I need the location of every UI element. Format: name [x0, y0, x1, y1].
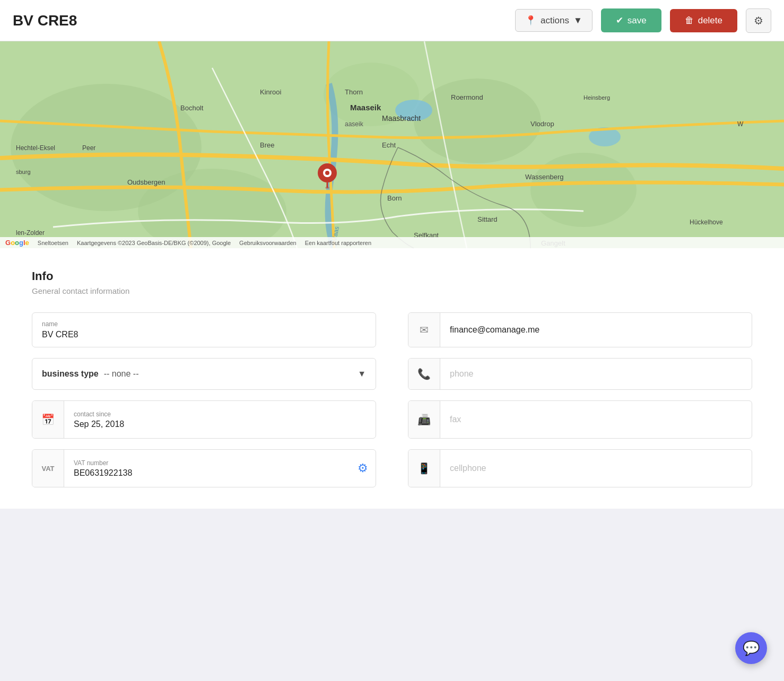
- chevron-down-icon: ▼: [573, 15, 582, 26]
- contact-since-label: contact since: [74, 411, 124, 418]
- map-container: Bocholt Bree Oudsbergen Hechtel-Eksel Pe…: [0, 41, 784, 248]
- email-icon-box: ✉: [408, 313, 440, 347]
- svg-text:Bocholt: Bocholt: [180, 104, 204, 112]
- google-logo: Google: [5, 239, 29, 247]
- email-field[interactable]: ✉ finance@comanage.me: [408, 312, 752, 347]
- svg-text:Maasbracht: Maasbracht: [382, 114, 421, 123]
- chevron-down-icon: ▼: [358, 369, 366, 379]
- svg-text:Sittard: Sittard: [477, 215, 498, 223]
- verified-badge-icon: ⚙: [358, 461, 368, 475]
- calendar-icon: 📅: [41, 413, 55, 426]
- vat-verified-button[interactable]: ⚙: [358, 461, 368, 475]
- save-button[interactable]: ✔ save: [601, 8, 661, 32]
- svg-text:Kinrooi: Kinrooi: [260, 88, 282, 96]
- vat-label-box: VAT: [32, 450, 64, 487]
- phone-icon-box: 📞: [408, 359, 440, 389]
- business-type-field[interactable]: business type -- none -- ▼: [32, 358, 376, 390]
- actions-button[interactable]: 📍 actions ▼: [515, 9, 593, 32]
- fax-field[interactable]: 📠 fax: [408, 400, 752, 439]
- vat-box-label: VAT: [41, 465, 54, 473]
- section-subtitle: General contact information: [32, 286, 752, 295]
- calendar-icon-box: 📅: [32, 401, 64, 438]
- actions-label: actions: [541, 15, 569, 26]
- cellphone-field[interactable]: 📱 cellphone: [408, 449, 752, 487]
- delete-button[interactable]: 🗑 delete: [670, 9, 737, 32]
- svg-point-34: [325, 171, 329, 175]
- contact-since-value: Sep 25, 2018: [74, 420, 124, 429]
- svg-text:Thorn: Thorn: [345, 88, 363, 96]
- settings-button[interactable]: ⚙: [746, 8, 771, 33]
- phone-field[interactable]: 📞 phone: [408, 358, 752, 390]
- svg-text:Bree: Bree: [260, 141, 274, 149]
- map-svg: Bocholt Bree Oudsbergen Hechtel-Eksel Pe…: [0, 41, 784, 248]
- vat-inner-label: VAT number: [74, 459, 348, 467]
- name-field[interactable]: name BV CRE8: [32, 312, 376, 347]
- save-label: save: [628, 15, 647, 26]
- chat-bubble-button[interactable]: 💬: [735, 632, 767, 664]
- contact-since-content: contact since Sep 25, 2018: [64, 404, 134, 435]
- email-value: finance@comanage.me: [440, 318, 752, 342]
- pin-icon: 📍: [525, 15, 536, 26]
- phone-placeholder: phone: [440, 362, 752, 386]
- svg-text:sburg: sburg: [16, 169, 31, 175]
- svg-text:Wassenberg: Wassenberg: [525, 173, 564, 181]
- business-type-value: -- none --: [104, 369, 358, 379]
- cellphone-icon: 📱: [417, 462, 431, 475]
- delete-label: delete: [698, 15, 722, 26]
- fax-icon: 📠: [417, 413, 431, 426]
- svg-point-2: [414, 78, 541, 163]
- map-kaart: Kaartgegevens ©2023 GeoBasis-DE/BKG (©20…: [77, 240, 231, 246]
- business-type-label: business type: [42, 369, 99, 379]
- info-section: Info General contact information name BV…: [0, 248, 784, 509]
- map-rapport: Een kaartfout rapporteren: [305, 240, 371, 246]
- fax-placeholder: fax: [440, 407, 752, 432]
- cellphone-icon-box: 📱: [408, 450, 440, 487]
- vat-content: VAT number BE0631922138: [64, 453, 358, 484]
- section-title: Info: [32, 269, 752, 283]
- gear-icon: ⚙: [754, 14, 763, 27]
- page-title: BV CRE8: [13, 12, 507, 29]
- svg-text:Roermond: Roermond: [451, 93, 483, 101]
- contact-since-field[interactable]: 📅 contact since Sep 25, 2018: [32, 400, 376, 439]
- svg-text:aaseik: aaseik: [345, 120, 364, 128]
- svg-text:Peer: Peer: [82, 144, 95, 152]
- name-label: name: [42, 320, 366, 328]
- page-header: BV CRE8 📍 actions ▼ ✔ save 🗑 delete ⚙: [0, 0, 784, 41]
- phone-icon: 📞: [417, 368, 431, 380]
- email-icon: ✉: [420, 324, 429, 336]
- map-footer: Google Sneltoetsen Kaartgegevens ©2023 G…: [0, 237, 784, 248]
- svg-text:Vlodrop: Vlodrop: [530, 120, 554, 128]
- map-sneltoetsen: Sneltoetsen: [38, 240, 68, 246]
- svg-point-35: [325, 187, 329, 189]
- svg-text:Oudsbergen: Oudsbergen: [127, 178, 165, 186]
- chat-icon: 💬: [743, 640, 760, 657]
- svg-text:Born: Born: [387, 194, 402, 202]
- svg-text:Maaseik: Maaseik: [350, 103, 381, 112]
- svg-text:Echt: Echt: [382, 141, 396, 149]
- cellphone-placeholder: cellphone: [440, 456, 752, 481]
- fax-icon-box: 📠: [408, 401, 440, 438]
- vat-field[interactable]: VAT VAT number BE0631922138 ⚙: [32, 449, 376, 487]
- svg-text:Hechtel-Eksel: Hechtel-Eksel: [16, 144, 55, 152]
- svg-text:W: W: [737, 120, 744, 128]
- svg-text:Heinsberg: Heinsberg: [583, 94, 610, 101]
- form-grid: name BV CRE8 ✉ finance@comanage.me busin…: [32, 312, 752, 487]
- svg-text:Hückelhove: Hückelhove: [690, 219, 723, 226]
- vat-value: BE0631922138: [74, 468, 348, 478]
- svg-text:len-Zolder: len-Zolder: [16, 229, 45, 237]
- name-value: BV CRE8: [42, 330, 366, 339]
- check-icon: ✔: [616, 15, 623, 26]
- trash-icon: 🗑: [685, 15, 694, 26]
- map-gebruik: Gebruiksvoorwaarden: [239, 240, 297, 246]
